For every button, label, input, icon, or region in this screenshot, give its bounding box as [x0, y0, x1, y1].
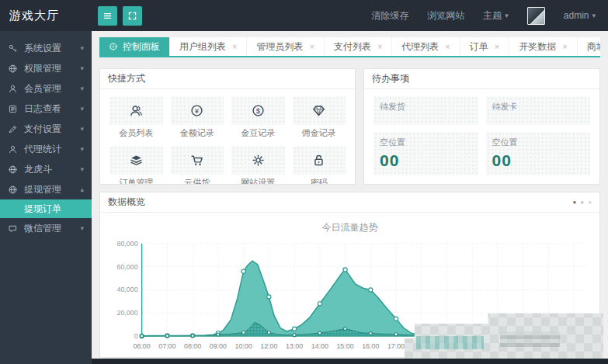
- sidebar-item-label: 龙虎斗: [24, 163, 80, 176]
- chevron-down-icon: ▾: [80, 44, 84, 52]
- shortcut-item[interactable]: 会员列表: [109, 96, 163, 139]
- tab-label: 开奖数据: [519, 40, 556, 54]
- sidebar-item-label: 代理统计: [24, 143, 80, 156]
- todo-count: 00: [492, 151, 585, 170]
- panel-title: 数据概览: [108, 196, 145, 209]
- close-icon[interactable]: ×: [445, 42, 450, 51]
- chart-area: 020,00040,00060,00080,00006:0007:0008:00…: [106, 236, 593, 358]
- close-icon[interactable]: ×: [562, 42, 567, 51]
- pen-icon: [8, 124, 18, 134]
- chevron-down-icon: ▾: [80, 85, 84, 92]
- shortcut-item[interactable]: 云供货: [171, 146, 224, 185]
- tab[interactable]: 管理员列表×: [246, 37, 323, 56]
- sidebar-item-label: 会员管理: [24, 82, 80, 95]
- yen-icon: ¥: [189, 103, 204, 118]
- tab-label: 用户组列表: [179, 40, 226, 54]
- shortcut-item[interactable]: 佣金记录: [293, 96, 346, 139]
- tab[interactable]: 用户组列表×: [169, 37, 246, 56]
- tab[interactable]: 代理列表×: [391, 37, 459, 56]
- shortcut-item[interactable]: $金豆记录: [231, 96, 285, 139]
- sidebar-item[interactable]: 会员管理▾: [0, 78, 92, 99]
- tab[interactable]: 支付列表×: [324, 37, 391, 56]
- panel-control-dot-icon[interactable]: ●: [580, 199, 584, 206]
- chevron-down-icon: ▾: [80, 64, 84, 72]
- user-menu-label: admin: [564, 10, 589, 21]
- todo-label: 待发卡: [492, 101, 585, 113]
- shortcut-tile[interactable]: [109, 146, 163, 175]
- todo-cell[interactable]: 待发卡: [486, 96, 591, 125]
- shortcut-tile[interactable]: [293, 146, 346, 175]
- shortcut-tile[interactable]: ¥: [171, 96, 224, 125]
- todo-label: 空位置: [380, 137, 472, 148]
- chevron-down-icon: ▾: [80, 224, 84, 232]
- sidebar: 系统设置▾权限管理▾会员管理▾日志查看▾支付设置▾代理统计▾龙虎斗▾提现管理▴提…: [0, 31, 92, 364]
- panel-control-dot-icon[interactable]: ●: [572, 199, 576, 206]
- shortcut-tile[interactable]: [109, 96, 163, 125]
- shortcut-item[interactable]: 密码: [293, 146, 346, 185]
- key-icon: [8, 43, 18, 54]
- chat-icon: [8, 224, 18, 234]
- tab-label: 管理员列表: [256, 40, 303, 54]
- shortcut-label: 金豆记录: [231, 127, 285, 139]
- todo-cell[interactable]: 空位置00: [486, 132, 591, 175]
- browse-site-link[interactable]: 浏览网站: [427, 9, 464, 23]
- todo-panel-header: 待办事项: [364, 69, 599, 89]
- svg-text:60,000: 60,000: [116, 263, 137, 271]
- clear-cache-link[interactable]: 清除缓存: [371, 9, 408, 23]
- svg-text:15:00: 15:00: [336, 342, 353, 350]
- chevron-up-icon: ▴: [80, 185, 84, 193]
- chevron-down-icon: ▾: [80, 145, 84, 153]
- theme-menu[interactable]: 主题 ▾: [483, 9, 509, 23]
- app-title: 游戏大厅: [0, 9, 92, 23]
- shortcut-tile[interactable]: [171, 146, 224, 175]
- sidebar-item[interactable]: 代理统计▾: [0, 139, 92, 159]
- shortcut-item[interactable]: ¥金额记录: [171, 96, 224, 139]
- fullscreen-button[interactable]: [123, 6, 142, 26]
- header-right: 清除缓存 浏览网站 主题 ▾ admin ▾: [371, 7, 608, 25]
- user-menu[interactable]: admin ▾: [564, 10, 596, 21]
- sidebar-item-label: 日志查看: [24, 102, 80, 116]
- shortcut-tile[interactable]: [231, 146, 285, 175]
- sidebar-item[interactable]: 支付设置▾: [0, 119, 92, 139]
- sidebar-item-label: 微信管理: [24, 222, 80, 235]
- shortcut-item[interactable]: 订单管理: [109, 146, 163, 185]
- panel-title: 待办事项: [372, 72, 409, 85]
- svg-text:07:00: 07:00: [158, 342, 175, 350]
- svg-text:40,000: 40,000: [116, 286, 137, 293]
- svg-text:06:00: 06:00: [133, 342, 150, 350]
- shortcut-tile[interactable]: $: [231, 96, 285, 125]
- sidebar-item[interactable]: 微信管理▾: [0, 218, 92, 238]
- sidebar-subitem-active[interactable]: 提现订单: [0, 199, 92, 218]
- sidebar-item[interactable]: 提现管理▴: [0, 179, 92, 199]
- svg-text:17:00: 17:00: [387, 342, 405, 350]
- todo-cell[interactable]: 待发货: [373, 96, 478, 125]
- tab-active[interactable]: 控制面板: [99, 37, 169, 56]
- chevron-down-icon: ▾: [592, 12, 596, 19]
- close-icon[interactable]: ×: [309, 42, 314, 51]
- todo-cell[interactable]: 空位置00: [373, 132, 478, 175]
- sidebar-item[interactable]: 日志查看▾: [0, 99, 92, 119]
- sidebar-item[interactable]: 权限管理▾: [0, 58, 92, 78]
- dashboard-icon: [109, 42, 118, 51]
- sidebar-item[interactable]: 龙虎斗▾: [0, 159, 92, 179]
- close-icon[interactable]: ×: [377, 42, 382, 51]
- tab[interactable]: 开奖数据×: [509, 37, 576, 56]
- shortcuts-panel: 快捷方式 会员列表¥金额记录$金豆记录佣金记录订单管理云供货网站设置密码: [99, 68, 356, 185]
- chevron-down-icon: ▾: [80, 125, 84, 133]
- sidebar-toggle-button[interactable]: [98, 6, 117, 26]
- lock-icon: [311, 153, 326, 168]
- tab-label: 支付列表: [334, 40, 371, 54]
- sidebar-item[interactable]: 系统设置▾: [0, 38, 92, 58]
- avatar[interactable]: [527, 7, 545, 25]
- svg-text:$: $: [256, 106, 261, 115]
- tab[interactable]: 订单×: [460, 37, 509, 56]
- tab[interactable]: 商城配置×: [577, 37, 600, 56]
- svg-text:16:00: 16:00: [362, 342, 379, 350]
- shortcut-item[interactable]: 网站设置: [231, 146, 285, 185]
- shortcut-label: 会员列表: [109, 127, 163, 139]
- close-icon[interactable]: ×: [495, 42, 499, 51]
- tab-label: 订单: [470, 40, 488, 54]
- close-icon[interactable]: ×: [232, 42, 237, 51]
- panel-control-dot-icon[interactable]: ●: [588, 199, 592, 206]
- shortcut-tile[interactable]: [293, 96, 346, 125]
